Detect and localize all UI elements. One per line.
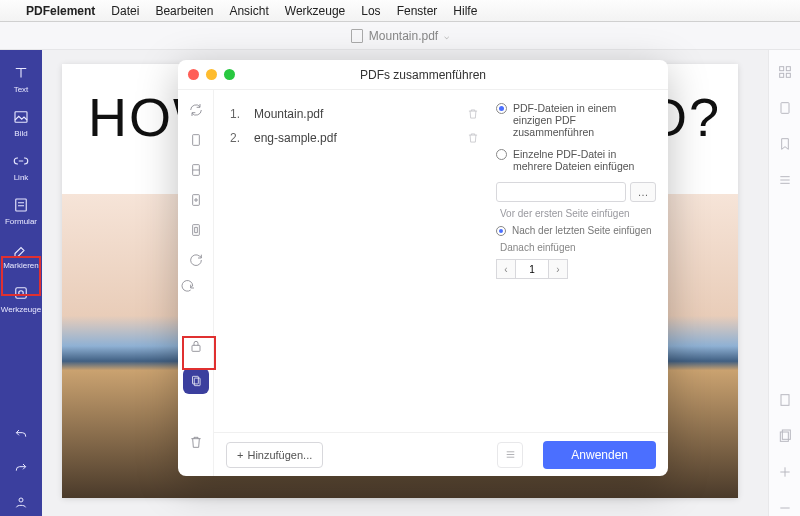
page-icon[interactable] <box>777 100 793 116</box>
svg-rect-11 <box>780 432 788 441</box>
file-row[interactable]: 2. eng-sample.pdf <box>228 126 482 150</box>
stepper-prev[interactable]: ‹ <box>496 259 516 279</box>
dialog-side-rail <box>178 90 214 476</box>
menubar-app[interactable]: PDFelement <box>26 4 95 18</box>
tool-form-label: Formular <box>5 217 37 226</box>
tool-tools[interactable]: Werkzeuge <box>2 280 40 318</box>
tool-link[interactable]: Link <box>2 148 40 186</box>
radio-icon <box>496 226 506 236</box>
menu-bearbeiten[interactable]: Bearbeiten <box>155 4 213 18</box>
option-merge-single[interactable]: PDF-Dateien in einem einzigen PDF zusamm… <box>496 102 656 138</box>
thumbnail-icon[interactable] <box>777 392 793 408</box>
svg-rect-2 <box>16 288 27 299</box>
undo-button[interactable] <box>2 420 40 448</box>
plus-icon: + <box>237 449 243 461</box>
option-label: Einzelne PDF-Datei in mehrere Dateien ei… <box>513 148 656 172</box>
zoom-icon[interactable] <box>224 69 235 80</box>
file-path-input[interactable] <box>496 182 626 202</box>
window-titlebar: Mountain.pdf ⌵ <box>0 22 800 50</box>
remove-file-button[interactable] <box>466 106 480 122</box>
page-extract-icon[interactable] <box>188 192 204 208</box>
svg-rect-13 <box>192 135 199 146</box>
page-split-icon[interactable] <box>188 162 204 178</box>
file-row[interactable]: 1. Mountain.pdf <box>228 102 482 126</box>
page-icon[interactable] <box>188 132 204 148</box>
minus-icon[interactable] <box>777 500 793 516</box>
text-icon <box>12 64 30 82</box>
document-title: Mountain.pdf <box>369 29 438 43</box>
add-file-button[interactable]: + Hinzufügen... <box>226 442 323 468</box>
svg-rect-12 <box>782 430 790 439</box>
close-icon[interactable] <box>188 69 199 80</box>
merge-options: PDF-Dateien in einem einzigen PDF zusamm… <box>492 90 668 476</box>
svg-rect-0 <box>15 112 27 123</box>
tool-image[interactable]: Bild <box>2 104 40 142</box>
file-index: 1. <box>230 107 244 121</box>
page-crop-icon[interactable] <box>188 222 204 238</box>
stack-icon[interactable] <box>777 428 793 444</box>
svg-rect-19 <box>194 378 200 386</box>
tool-form[interactable]: Formular <box>2 192 40 230</box>
lock-icon[interactable] <box>188 338 204 354</box>
apply-button[interactable]: Anwenden <box>543 441 656 469</box>
dialog-footer: + Hinzufügen... Anwenden <box>214 432 668 476</box>
file-name: eng-sample.pdf <box>254 131 456 145</box>
chevron-down-icon[interactable]: ⌵ <box>444 31 449 41</box>
browse-button[interactable]: … <box>630 182 656 202</box>
form-icon <box>12 196 30 214</box>
view-toggle-button[interactable] <box>497 442 523 468</box>
traffic-lights <box>188 69 235 80</box>
tool-text-label: Text <box>14 85 29 94</box>
trash-icon[interactable] <box>188 434 204 450</box>
plus-icon[interactable] <box>777 464 793 480</box>
svg-rect-8 <box>786 73 790 77</box>
tool-highlight[interactable]: Markieren <box>2 236 40 274</box>
option-label: Nach der letzten Seite einfügen <box>512 225 652 236</box>
left-toolbar: Text Bild Link Formular Markieren Werkze… <box>0 50 42 516</box>
refresh-icon[interactable] <box>188 102 204 118</box>
redo-button[interactable] <box>2 454 40 482</box>
rotate-ccw-icon[interactable] <box>188 282 204 298</box>
file-index: 2. <box>230 131 244 145</box>
insert-then-label: Danach einfügen <box>500 242 656 253</box>
rotate-cw-icon[interactable] <box>188 252 204 268</box>
highlight-icon <box>12 240 30 258</box>
merge-tool-button[interactable] <box>183 368 209 394</box>
menu-ansicht[interactable]: Ansicht <box>229 4 268 18</box>
redo-icon <box>13 460 29 476</box>
menu-datei[interactable]: Datei <box>111 4 139 18</box>
list-icon[interactable] <box>777 172 793 188</box>
option-label: PDF-Dateien in einem einzigen PDF zusamm… <box>513 102 656 138</box>
grid-icon[interactable] <box>777 64 793 80</box>
file-name: Mountain.pdf <box>254 107 456 121</box>
minimize-icon[interactable] <box>206 69 217 80</box>
menu-fenster[interactable]: Fenster <box>397 4 438 18</box>
dialog-title: PDFs zusammenführen <box>360 68 486 82</box>
insert-after-option[interactable]: Nach der letzten Seite einfügen <box>496 225 656 236</box>
image-icon <box>12 108 30 126</box>
file-list: 1. Mountain.pdf 2. eng-sample.pdf <box>214 90 492 476</box>
svg-rect-7 <box>779 73 783 77</box>
svg-rect-17 <box>192 345 200 351</box>
merge-dialog: PDFs zusammenführen 1. Mountain.pdf 2. <box>178 60 668 476</box>
tool-text[interactable]: Text <box>2 60 40 98</box>
bookmark-icon[interactable] <box>777 136 793 152</box>
option-insert-multiple[interactable]: Einzelne PDF-Datei in mehrere Dateien ei… <box>496 148 656 172</box>
radio-icon <box>496 103 507 114</box>
svg-rect-5 <box>779 67 783 71</box>
menu-hilfe[interactable]: Hilfe <box>453 4 477 18</box>
user-button[interactable] <box>2 488 40 516</box>
menu-werkzeuge[interactable]: Werkzeuge <box>285 4 345 18</box>
user-icon <box>13 494 29 510</box>
menu-los[interactable]: Los <box>361 4 380 18</box>
right-rail <box>768 50 800 516</box>
stepper-next[interactable]: › <box>548 259 568 279</box>
svg-rect-18 <box>192 376 198 384</box>
merge-icon <box>189 374 203 388</box>
remove-file-button[interactable] <box>466 130 480 146</box>
stepper-value[interactable] <box>516 259 548 279</box>
page-stepper: ‹ › <box>496 259 656 279</box>
tool-link-label: Link <box>14 173 29 182</box>
undo-icon <box>13 426 29 442</box>
tool-tools-label: Werkzeuge <box>1 305 41 314</box>
